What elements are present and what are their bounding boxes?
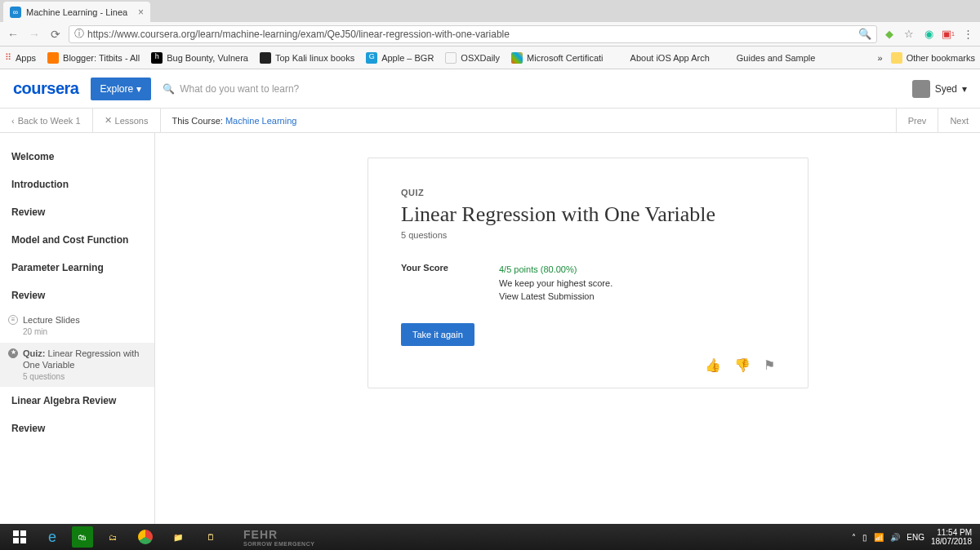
bookmark-item[interactable]: OSXDaily (445, 52, 500, 64)
star-icon: ★ (8, 348, 18, 358)
site-info-icon[interactable]: ⓘ (74, 27, 84, 41)
sidebar-section[interactable]: Introduction (0, 171, 154, 198)
sidebar-item-quiz[interactable]: ★ Quiz: Linear Regression with One Varia… (0, 343, 154, 388)
address-bar[interactable]: ⓘ https://www.coursera.org/learn/machine… (69, 25, 877, 43)
chevron-left-icon: ‹ (11, 116, 15, 126)
sidebar-section[interactable]: Parameter Learning (0, 254, 154, 282)
score-note: We keep your highest score. (499, 277, 612, 291)
view-submission-link[interactable]: View Latest Submission (499, 290, 612, 304)
url-text: https://www.coursera.org/learn/machine-l… (87, 29, 858, 40)
tray-up-icon[interactable]: ˄ (852, 533, 856, 542)
tab-favicon: ∞ (10, 7, 21, 18)
reading-icon: ≡ (8, 315, 18, 325)
svg-rect-0 (13, 530, 19, 536)
user-menu[interactable]: Syed ▾ (912, 80, 967, 98)
desktop-widget: FEHRSORROW EMERGENCY (243, 528, 314, 547)
chevron-down-icon: ▾ (962, 83, 967, 95)
sidebar-item-lecture[interactable]: ≡ Lecture Slides20 min (0, 309, 154, 343)
next-button[interactable]: Next (938, 109, 980, 133)
extension-adblock-icon[interactable]: ▣1 (941, 27, 956, 42)
explore-button[interactable]: Explore▾ (91, 78, 152, 100)
score-label: Your Score (401, 263, 499, 304)
score-points: 4/5 points (80.00%) (499, 263, 612, 277)
sidebar-section[interactable]: Review (0, 198, 154, 226)
tray-clock[interactable]: 11:54 PM18/07/2018 (931, 528, 972, 546)
user-name: Syed (935, 83, 957, 95)
chrome-menu-button[interactable]: ⋮ (960, 27, 975, 42)
nav-forward-button[interactable]: → (26, 26, 42, 42)
tray-volume-icon[interactable]: 🔊 (890, 533, 900, 542)
sidebar-section[interactable]: Welcome (0, 143, 154, 171)
apps-shortcut[interactable]: ⠿Apps (5, 52, 36, 63)
avatar (912, 80, 930, 98)
sidebar-section[interactable]: Review (0, 282, 154, 309)
course-subnav: ‹Back to Week 1 ✕Lessons This Course: Ma… (0, 109, 980, 133)
bookmark-item[interactable]: Guides and Sample (721, 52, 816, 64)
lesson-sidebar: Welcome Introduction Review Model and Co… (0, 133, 155, 524)
main-content: QUIZ Linear Regression with One Variable… (155, 133, 980, 524)
bookmarks-bar: ⠿Apps Blogger: Titbits - All hBug Bounty… (0, 47, 980, 69)
sidebar-section[interactable]: Linear Algebra Review (0, 387, 154, 415)
taskbar-notes-icon[interactable]: 🗒 (194, 524, 227, 550)
nav-reload-button[interactable]: ⟳ (47, 26, 64, 42)
lessons-button[interactable]: ✕Lessons (93, 109, 161, 133)
sidebar-section[interactable]: Model and Cost Function (0, 226, 154, 254)
thumbs-down-icon[interactable]: 👎 (734, 357, 751, 373)
tab-close-icon[interactable]: × (138, 7, 144, 18)
svg-rect-3 (20, 538, 26, 543)
tray-wifi-icon[interactable]: 📶 (874, 533, 884, 542)
nav-back-button[interactable]: ← (5, 26, 21, 42)
course-link[interactable]: Machine Learning (225, 116, 296, 126)
coursera-header: coursera Explore▾ 🔍 What do you want to … (0, 69, 980, 109)
search-placeholder: What do you want to learn? (180, 83, 299, 95)
quiz-title: Linear Regression with One Variable (401, 202, 775, 227)
tab-title: Machine Learning - Linea (26, 7, 133, 17)
take-again-button[interactable]: Take it again (401, 323, 474, 346)
extension-grammarly-icon[interactable]: ◉ (921, 27, 936, 42)
browser-tab-strip: ∞ Machine Learning - Linea × (0, 0, 980, 22)
prev-button[interactable]: Prev (896, 109, 938, 133)
browser-toolbar: ← → ⟳ ⓘ https://www.coursera.org/learn/m… (0, 22, 980, 47)
browser-tab-active[interactable]: ∞ Machine Learning - Linea × (3, 2, 150, 22)
taskbar-folder-icon[interactable]: 📁 (162, 524, 194, 550)
taskbar-chrome-icon[interactable] (129, 524, 162, 550)
svg-rect-2 (13, 538, 19, 543)
search-icon: 🔍 (163, 83, 175, 95)
quiz-tag: QUIZ (401, 188, 775, 197)
bookmark-item[interactable]: hBug Bounty, Vulnera (151, 52, 248, 64)
bookmark-item[interactable]: Top Kali linux books (260, 52, 354, 64)
quiz-subtitle: 5 questions (401, 230, 775, 240)
taskbar-ie-icon[interactable]: e (36, 524, 69, 550)
course-breadcrumb: This Course: Machine Learning (161, 116, 309, 126)
sidebar-section[interactable]: Review (0, 415, 154, 442)
bookmarks-overflow-icon[interactable]: » (878, 53, 883, 63)
windows-taskbar: e 🛍 🗂 📁 🗒 FEHRSORROW EMERGENCY ˄ ▯ 📶 🔊 E… (0, 524, 980, 550)
bookmark-item[interactable]: Blogger: Titbits - All (47, 52, 140, 64)
back-to-week-button[interactable]: ‹Back to Week 1 (0, 109, 93, 133)
extension-icon[interactable]: ◆ (882, 27, 897, 42)
tray-battery-icon[interactable]: ▯ (862, 533, 867, 542)
start-button[interactable] (3, 524, 36, 550)
bookmark-star-icon[interactable]: ☆ (902, 27, 916, 42)
taskbar-explorer-icon[interactable]: 🗂 (96, 524, 129, 550)
search-field[interactable]: 🔍 What do you want to learn? (163, 83, 900, 95)
bookmark-item[interactable]: GApple – BGR (366, 52, 434, 64)
other-bookmarks[interactable]: Other bookmarks (891, 52, 975, 64)
bookmark-item[interactable]: Microsoft Certificati (511, 52, 604, 64)
bookmark-item[interactable]: About iOS App Arch (615, 52, 710, 64)
flag-icon[interactable]: ⚑ (764, 357, 775, 373)
coursera-logo[interactable]: coursera (13, 79, 79, 98)
thumbs-up-icon[interactable]: 👍 (705, 357, 721, 373)
quiz-card: QUIZ Linear Regression with One Variable… (368, 157, 808, 388)
taskbar-store-icon[interactable]: 🛍 (72, 526, 93, 548)
close-icon: ✕ (105, 115, 112, 126)
svg-rect-1 (20, 530, 26, 536)
tray-lang[interactable]: ENG (906, 533, 924, 542)
chevron-down-icon: ▾ (136, 83, 141, 95)
search-icon[interactable]: 🔍 (858, 28, 871, 40)
